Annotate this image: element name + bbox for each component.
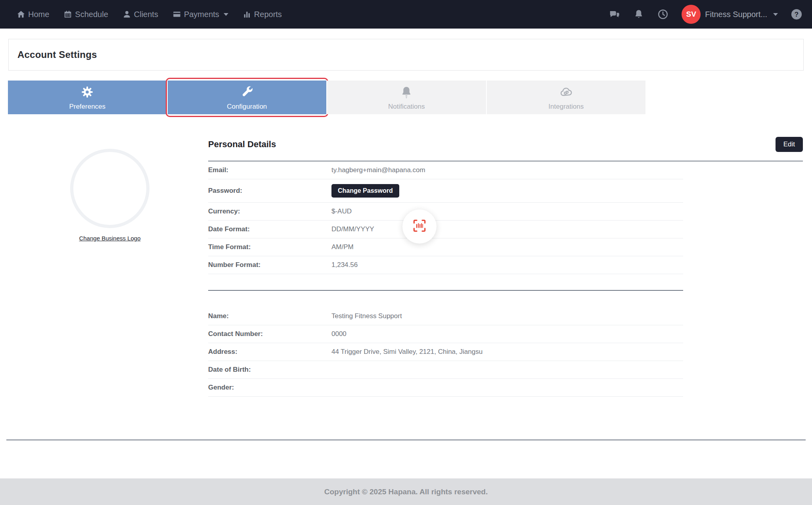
row-value: 0000 [331, 330, 347, 338]
detail-row-name: Name: Testing Fitness Support [208, 307, 683, 325]
section-heading: Personal Details [208, 139, 276, 150]
bar-chart-icon [243, 10, 251, 19]
nav-right: SV Fitness Support... ? [609, 5, 802, 24]
account-menu[interactable]: SV Fitness Support... [682, 5, 778, 24]
detail-row-currency: Currency: $-AUD [208, 203, 683, 221]
row-value: AM/PM [331, 243, 354, 251]
row-value: Testing Fitness Support [331, 312, 402, 320]
gear-icon [80, 85, 94, 101]
detail-row-password: Password: Change Password [208, 179, 683, 203]
row-label: Date of Birth: [208, 366, 331, 374]
settings-content: Change Business Logo Personal Details Ed… [0, 137, 812, 397]
detail-row-date-format: Date Format: DD/MM/YYYY [208, 221, 683, 238]
detail-row-number-format: Number Format: 1,234.56 [208, 256, 683, 274]
row-label: Name: [208, 312, 331, 320]
scan-widget-button[interactable] [402, 209, 437, 244]
business-logo-section: Change Business Logo [70, 149, 149, 242]
cloud-link-icon [559, 85, 573, 101]
tab-notifications[interactable]: Notifications [326, 81, 486, 114]
row-value: DD/MM/YYYY [331, 225, 374, 233]
account-name: Fitness Support... [705, 10, 767, 19]
chevron-down-icon [773, 13, 778, 16]
chevron-down-icon [224, 13, 228, 16]
nav-item-reports[interactable]: Reports [243, 10, 282, 19]
nav-item-label: Clients [134, 10, 158, 19]
tab-label: Configuration [227, 103, 267, 110]
nav-item-label: Reports [254, 10, 282, 19]
group-divider [208, 290, 683, 291]
copyright-text: Copyright © 2025 Hapana. All rights rese… [324, 488, 488, 496]
row-value: ty.hagberg+main@hapana.com [331, 166, 425, 174]
tab-label: Preferences [69, 103, 105, 110]
nav-item-label: Schedule [75, 10, 108, 19]
tab-preferences[interactable]: Preferences [8, 81, 167, 114]
clock-icon[interactable] [657, 8, 669, 20]
top-navbar: Home Schedule Clients Payments Reports S… [0, 0, 812, 29]
bell-icon[interactable] [633, 9, 644, 20]
nav-item-clients[interactable]: Clients [123, 10, 158, 19]
page-title: Account Settings [17, 49, 97, 60]
nav-item-label: Payments [184, 10, 219, 19]
edit-button[interactable]: Edit [776, 137, 803, 152]
bottom-divider [6, 440, 806, 440]
user-icon [123, 10, 131, 19]
nav-item-home[interactable]: Home [17, 10, 49, 19]
detail-row-date-of-birth: Date of Birth: [208, 361, 683, 379]
detail-row-contact-number: Contact Number: 0000 [208, 325, 683, 343]
details-rows-group-2: Name: Testing Fitness Support Contact Nu… [208, 307, 683, 397]
change-business-logo-link[interactable]: Change Business Logo [79, 235, 140, 242]
change-password-button[interactable]: Change Password [331, 184, 399, 198]
row-value: 44 Trigger Drive, Simi Valley, 2121, Chi… [331, 348, 483, 356]
settings-tabs: Preferences Configuration Notifications … [8, 81, 645, 114]
tab-integrations[interactable]: Integrations [486, 81, 646, 114]
tab-label: Notifications [388, 103, 425, 110]
avatar: SV [682, 5, 701, 24]
footer: Copyright © 2025 Hapana. All rights rese… [0, 478, 812, 505]
row-label: Email: [208, 166, 331, 174]
credit-card-icon [172, 10, 181, 19]
row-label: Address: [208, 348, 331, 356]
svg-text:?: ? [795, 11, 799, 18]
page-title-card: Account Settings [8, 39, 804, 71]
nav-item-schedule[interactable]: Schedule [63, 10, 108, 19]
detail-row-gender: Gender: [208, 379, 683, 397]
row-label: Date Format: [208, 225, 331, 233]
details-rows-group-1: Email: ty.hagberg+main@hapana.com Passwo… [208, 161, 683, 274]
row-label: Currency: [208, 207, 331, 215]
row-label: Contact Number: [208, 330, 331, 338]
personal-details-section: Personal Details Edit Email: ty.hagberg+… [208, 137, 803, 397]
tab-label: Integrations [548, 103, 584, 110]
detail-row-address: Address: 44 Trigger Drive, Simi Valley, … [208, 343, 683, 361]
calendar-icon [63, 10, 72, 19]
personal-details-header: Personal Details Edit [208, 137, 803, 152]
wrench-icon [240, 85, 254, 101]
row-label: Time Format: [208, 243, 331, 251]
nav-item-payments[interactable]: Payments [172, 10, 228, 19]
row-label: Number Format: [208, 261, 331, 269]
row-value: 1,234.56 [331, 261, 358, 269]
barcode-scan-icon [411, 217, 428, 236]
help-icon[interactable]: ? [791, 8, 802, 20]
tab-configuration[interactable]: Configuration [167, 81, 327, 114]
detail-row-time-format: Time Format: AM/PM [208, 238, 683, 256]
nav-menu: Home Schedule Clients Payments Reports [17, 10, 282, 19]
home-icon [17, 10, 25, 19]
row-label: Gender: [208, 384, 331, 392]
nav-item-label: Home [28, 10, 49, 19]
detail-row-email: Email: ty.hagberg+main@hapana.com [208, 161, 683, 179]
row-label: Password: [208, 187, 331, 195]
bell-icon [400, 85, 413, 101]
row-value: $-AUD [331, 207, 352, 215]
chat-icon[interactable] [609, 8, 620, 20]
business-logo-placeholder [70, 149, 149, 228]
